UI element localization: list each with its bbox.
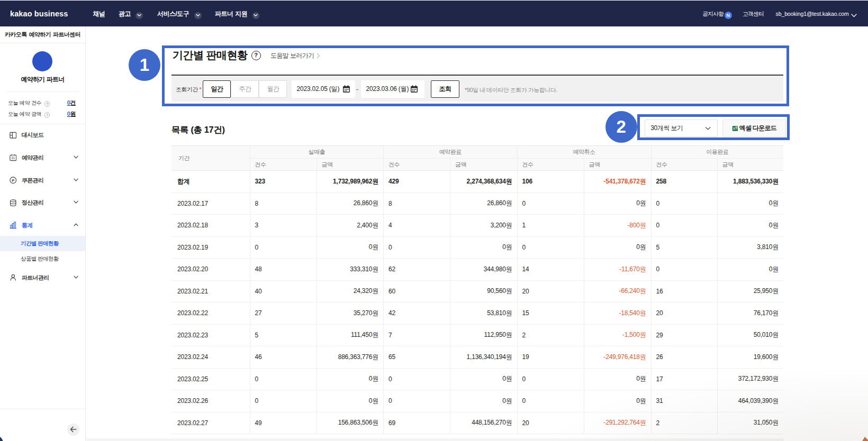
svg-text:31: 31 bbox=[11, 157, 15, 160]
svg-text:P: P bbox=[12, 178, 14, 183]
